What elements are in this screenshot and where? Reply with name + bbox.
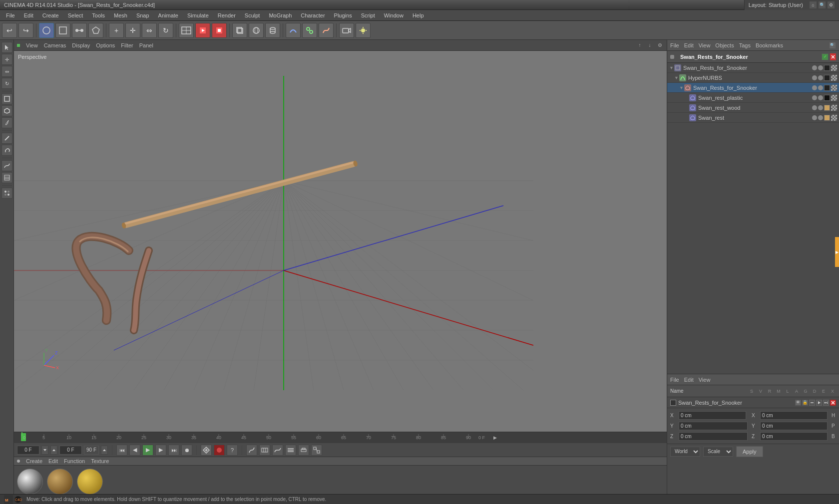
record-button[interactable]: ⏺: [181, 445, 192, 456]
om-file[interactable]: File: [670, 42, 679, 48]
deformer-button[interactable]: [286, 23, 301, 38]
vi-expand-icon[interactable]: ↑: [636, 41, 644, 49]
menu-snap[interactable]: Snap: [132, 11, 153, 19]
coord-z-rot-input[interactable]: [760, 432, 828, 441]
lt-misc-tool[interactable]: [1, 188, 12, 199]
lt-knife-tool[interactable]: [1, 133, 12, 144]
next-frame-button[interactable]: ▶: [155, 445, 166, 456]
mt-function[interactable]: Function: [64, 458, 85, 464]
create-cube-button[interactable]: [232, 23, 247, 38]
vt-view[interactable]: View: [26, 42, 38, 48]
timeline-bar[interactable]: 0 5 10 15 20 25 30 35: [14, 432, 667, 443]
vt-cameras[interactable]: Cameras: [44, 42, 66, 48]
om-color-swan[interactable]: [824, 85, 830, 91]
om-search-icon[interactable]: 🔍: [829, 42, 836, 49]
attr-more-icon[interactable]: [809, 400, 815, 406]
menu-file[interactable]: File: [2, 11, 19, 19]
attr-view[interactable]: View: [699, 377, 711, 383]
lt-magnet-tool[interactable]: [1, 145, 12, 156]
om-render-dot[interactable]: [818, 65, 823, 70]
play-button[interactable]: ▶: [142, 445, 153, 456]
go-start-button[interactable]: ⏮: [116, 445, 127, 456]
menu-animate[interactable]: Animate: [154, 11, 182, 19]
vi-restore-icon[interactable]: ↓: [646, 41, 654, 49]
auto-keyframe-button[interactable]: [214, 445, 225, 456]
3d-viewport[interactable]: Z X Y Perspective: [14, 51, 667, 432]
om-visible-dot[interactable]: [812, 65, 817, 70]
frame-step-down[interactable]: [41, 446, 48, 455]
om-mat-rest[interactable]: [831, 115, 837, 121]
attr-file[interactable]: File: [670, 377, 679, 383]
render-region-button[interactable]: [179, 23, 194, 38]
mode-polygons-button[interactable]: [88, 23, 103, 38]
apply-button[interactable]: Apply: [736, 446, 763, 457]
render-active-button[interactable]: [195, 23, 210, 38]
menu-mograph[interactable]: MoGraph: [265, 11, 296, 19]
lt-spline-tool[interactable]: [1, 160, 12, 171]
vt-filter[interactable]: Filter: [121, 42, 133, 48]
mt-create[interactable]: Create: [26, 458, 42, 464]
spline-button[interactable]: [319, 23, 334, 38]
om-color-rest[interactable]: [824, 115, 830, 121]
menu-tools[interactable]: Tools: [88, 11, 109, 19]
attr-edit[interactable]: Edit: [684, 377, 694, 383]
attr-visible-icon[interactable]: 👁: [795, 400, 801, 406]
menu-sculpt[interactable]: Sculpt: [241, 11, 264, 19]
tool-scale-button[interactable]: ⇔: [142, 23, 157, 38]
light-button[interactable]: [356, 23, 371, 38]
lt-object-tool[interactable]: [1, 93, 12, 104]
cloner-button[interactable]: [302, 23, 317, 38]
question-button[interactable]: ?: [227, 445, 238, 456]
om-mat-nurbs[interactable]: [831, 75, 837, 81]
current-frame-input[interactable]: [17, 446, 39, 455]
om-row-plastic[interactable]: Swan_rest_plastic: [667, 93, 839, 103]
om-material-swatch-root[interactable]: [831, 65, 837, 71]
om-color-plastic[interactable]: [824, 95, 830, 101]
frame-input-2[interactable]: [59, 446, 82, 455]
om-visible-dot-nurbs[interactable]: [812, 75, 817, 80]
end-frame-step-up[interactable]: [101, 446, 108, 455]
tool-move-button[interactable]: ✛: [125, 23, 140, 38]
mode-edges-button[interactable]: [72, 23, 87, 38]
tool-rotate-button[interactable]: ↻: [158, 23, 173, 38]
motion-clip-button[interactable]: [298, 445, 309, 456]
menu-plugins[interactable]: Plugins: [330, 11, 356, 19]
vt-panel[interactable]: Panel: [139, 42, 153, 48]
menu-script[interactable]: Script: [357, 11, 379, 19]
timeline-view-button[interactable]: [259, 445, 270, 456]
mt-edit[interactable]: Edit: [48, 458, 58, 464]
motion-path-button[interactable]: [246, 445, 257, 456]
create-cylinder-button[interactable]: [265, 23, 280, 38]
om-view[interactable]: View: [699, 42, 711, 48]
om-edit[interactable]: Edit: [684, 42, 694, 48]
menu-edit[interactable]: Edit: [20, 11, 37, 19]
redo-button[interactable]: ↪: [18, 23, 33, 38]
om-check-icon[interactable]: ✓: [822, 53, 829, 60]
om-row-swan-rest[interactable]: Swan_rest: [667, 113, 839, 123]
vi-settings-icon[interactable]: ⚙: [656, 41, 664, 49]
prev-frame-button[interactable]: ◀: [129, 445, 140, 456]
om-mat-plastic[interactable]: [831, 95, 837, 101]
menu-window[interactable]: Window: [380, 11, 408, 19]
vt-display[interactable]: Display: [72, 42, 90, 48]
create-sphere-button[interactable]: [249, 23, 264, 38]
om-color-wood[interactable]: [824, 105, 830, 111]
render-settings-button[interactable]: [212, 23, 227, 38]
layer-button[interactable]: [285, 445, 296, 456]
menu-help[interactable]: Help: [409, 11, 428, 19]
right-edge-tab[interactable]: ▶: [835, 237, 839, 267]
om-render-dot-swan[interactable]: [818, 85, 823, 90]
coord-h-input[interactable]: [760, 411, 828, 420]
attr-connect-icon[interactable]: [823, 400, 829, 406]
om-row-hypernurbs[interactable]: ▼ HyperNURBS: [667, 73, 839, 83]
menu-create[interactable]: Create: [38, 11, 63, 19]
coord-transform-select[interactable]: Scale Move Rotate: [703, 447, 733, 457]
lt-brush-tool[interactable]: [1, 117, 12, 128]
nav-search-icon[interactable]: 🔍: [818, 1, 826, 9]
tool-select-button[interactable]: +: [109, 23, 124, 38]
menu-character[interactable]: Character: [297, 11, 329, 19]
attr-lock-icon[interactable]: 🔒: [802, 400, 808, 406]
om-visible-dot-plastic[interactable]: [812, 95, 817, 100]
menu-render[interactable]: Render: [214, 11, 240, 19]
nav-settings-icon[interactable]: ⚙: [827, 1, 835, 9]
